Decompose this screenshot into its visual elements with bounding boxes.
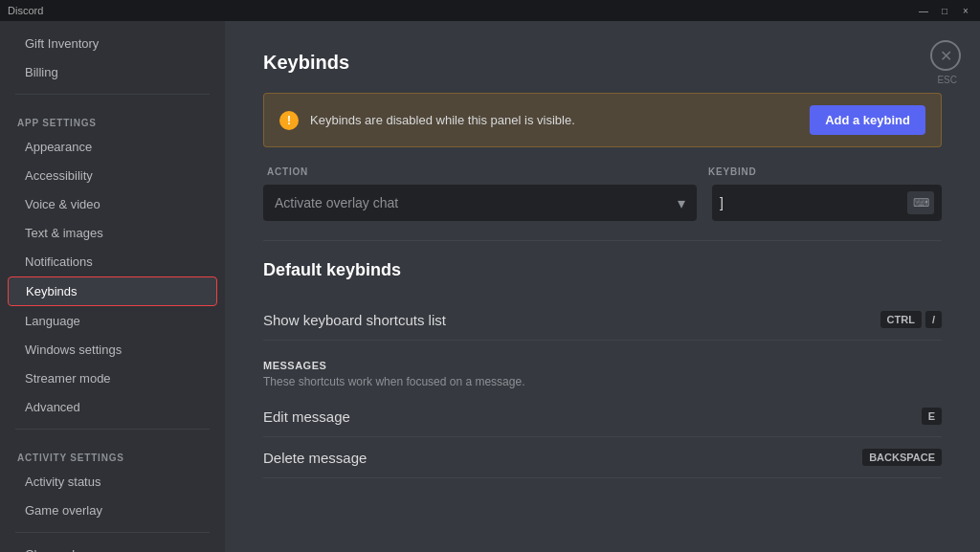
section-divider	[263, 240, 942, 241]
keybind-value: ]	[720, 195, 907, 210]
keybind-tag-ctrl: CTRL	[880, 311, 922, 328]
delete-keybind-tags: BACKSPACE	[862, 449, 942, 466]
maximize-button[interactable]: □	[938, 4, 951, 17]
action-select[interactable]: Activate overlay chat	[263, 185, 697, 221]
sidebar-item-text-images[interactable]: Text & images	[8, 219, 217, 247]
minimize-button[interactable]: —	[917, 4, 930, 17]
list-item: Show keyboard shortcuts list CTRL /	[263, 299, 942, 341]
sidebar-item-billing[interactable]: Billing	[8, 58, 217, 86]
keybind-header: KEYBIND	[708, 166, 938, 177]
sidebar-item-voice-video[interactable]: Voice & video	[8, 190, 217, 218]
sidebar-item-keybinds[interactable]: Keybinds	[8, 276, 217, 306]
warning-icon: !	[279, 111, 299, 130]
sidebar-item-advanced[interactable]: Advanced	[8, 393, 217, 421]
main-content: ✕ ESC Keybinds ! Keybinds are disabled w…	[225, 21, 980, 552]
delete-message-label: Delete message	[263, 450, 367, 466]
activity-settings-label: ACTIVITY SETTINGS	[0, 437, 225, 467]
window-close-button[interactable]: ×	[959, 4, 972, 17]
keybind-tag-e: E	[922, 408, 942, 425]
warning-text: Keybinds are disabled while this panel i…	[310, 113, 798, 127]
edit-message-label: Edit message	[263, 408, 350, 425]
sidebar: Gift Inventory Billing APP SETTINGS Appe…	[0, 21, 225, 552]
action-header: ACTION	[267, 166, 693, 177]
sidebar-item-activity-status[interactable]: Activity status	[8, 468, 217, 496]
keybind-tag-slash: /	[925, 311, 942, 328]
sidebar-item-language[interactable]: Language	[8, 307, 217, 335]
close-button[interactable]: ✕	[930, 40, 961, 71]
titlebar: Discord — □ ×	[0, 0, 980, 21]
sidebar-item-notifications[interactable]: Notifications	[8, 248, 217, 276]
messages-section-desc: These shortcuts work when focused on a m…	[263, 375, 942, 388]
messages-section-label: MESSAGES	[263, 360, 942, 371]
page-title: Keybinds	[263, 52, 942, 74]
app-settings-label: APP SETTINGS	[0, 102, 225, 132]
edit-keybind-tags: E	[922, 408, 942, 425]
default-keybinds-title: Default keybinds	[263, 260, 942, 280]
sidebar-item-windows-settings[interactable]: Windows settings	[8, 336, 217, 364]
sidebar-divider-2	[15, 429, 210, 430]
keybind-input-wrapper[interactable]: ] ⌨	[712, 185, 942, 221]
sidebar-divider-3	[15, 532, 210, 533]
sidebar-item-game-overlay[interactable]: Game overlay	[8, 497, 217, 524]
list-item: Edit message E	[263, 396, 942, 437]
sidebar-divider-1	[15, 94, 210, 95]
table-headers: ACTION KEYBIND	[263, 166, 942, 177]
keybind-tag-backspace: BACKSPACE	[862, 449, 942, 466]
sidebar-item-change-log[interactable]: Change log	[8, 541, 217, 552]
window-controls: — □ ×	[917, 4, 972, 17]
sidebar-item-appearance[interactable]: Appearance	[8, 133, 217, 161]
sidebar-item-accessibility[interactable]: Accessibility	[8, 162, 217, 189]
sidebar-item-streamer-mode[interactable]: Streamer mode	[8, 364, 217, 392]
add-keybind-button[interactable]: Add a keybind	[810, 105, 925, 135]
esc-label: ESC	[937, 75, 957, 85]
keybind-row: Activate overlay chat ] ⌨	[263, 185, 942, 221]
list-item: Delete message BACKSPACE	[263, 437, 942, 478]
app-title: Discord	[8, 5, 917, 16]
keyboard-icon[interactable]: ⌨	[907, 191, 934, 214]
action-select-wrapper[interactable]: Activate overlay chat	[263, 185, 697, 221]
keybind-tags: CTRL /	[880, 311, 942, 328]
warning-banner: ! Keybinds are disabled while this panel…	[263, 93, 942, 147]
sidebar-item-gift-inventory[interactable]: Gift Inventory	[8, 30, 217, 57]
messages-section: MESSAGES These shortcuts work when focus…	[263, 360, 942, 478]
keybind-list-label: Show keyboard shortcuts list	[263, 312, 446, 328]
